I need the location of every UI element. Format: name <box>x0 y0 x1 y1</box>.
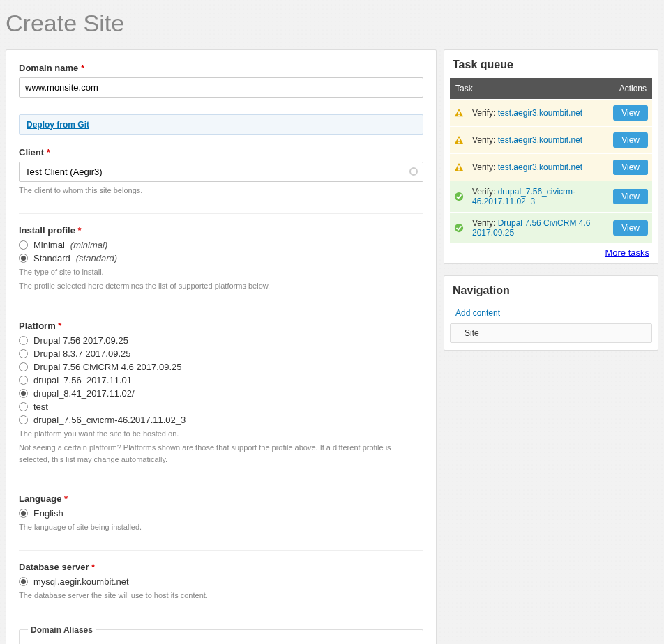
task-prefix: Verify: <box>472 108 498 118</box>
task-queue-table: Task Actions Verify: test.aegir3.koumbit… <box>450 78 652 243</box>
navigation-title: Navigation <box>444 284 658 304</box>
radio-icon[interactable] <box>19 254 28 263</box>
client-field-wrap: Client * The client to whom this site be… <box>19 147 423 204</box>
domain-name-field-wrap: Domain name * <box>19 63 423 105</box>
task-prefix: Verify: <box>472 135 498 145</box>
platform-wrap: Platform * Drupal 7.56 2017.09.25 Drupal… <box>19 321 423 473</box>
svg-rect-4 <box>458 139 460 141</box>
warning-icon <box>454 135 464 145</box>
database-server-desc: The database server the site will use to… <box>19 590 423 601</box>
radio-icon[interactable] <box>19 389 28 398</box>
task-row: Verify: test.aegir3.koumbit.netView <box>450 154 652 181</box>
task-queue-th-task: Task <box>450 78 609 100</box>
view-button[interactable]: View <box>613 160 648 175</box>
deploy-from-git-fieldset[interactable]: Deploy from Git <box>19 114 423 135</box>
page-title: Create Site <box>0 0 664 49</box>
database-server-option[interactable]: mysql.aegir.koumbit.net <box>19 576 423 587</box>
svg-rect-5 <box>458 142 460 144</box>
language-label: Language * <box>19 493 423 504</box>
platform-option[interactable]: drupal_8.41_2017.11.02/ <box>19 388 423 399</box>
navigation-block: Navigation Add content Site <box>444 275 658 351</box>
platform-option[interactable]: Drupal 7.56 2017.09.25 <box>19 335 423 346</box>
radio-icon[interactable] <box>19 349 28 358</box>
task-prefix: Verify: <box>472 218 498 228</box>
warning-icon <box>454 108 464 118</box>
task-link[interactable]: test.aegir3.koumbit.net <box>498 162 582 172</box>
domain-name-label: Domain name * <box>19 63 423 73</box>
svg-point-10 <box>455 224 463 232</box>
deploy-from-git-toggle[interactable]: Deploy from Git <box>27 120 89 130</box>
language-desc: The language of site being installed. <box>19 521 423 533</box>
domain-aliases-fieldset: Domain Aliases Redirect all domain alias… <box>19 629 423 644</box>
view-button[interactable]: View <box>613 132 648 148</box>
task-row: Verify: drupal_7.56_civicrm-46.2017.11.0… <box>450 181 652 213</box>
svg-rect-7 <box>458 166 460 169</box>
task-queue-th-actions: Actions <box>609 78 652 100</box>
client-label: Client * <box>19 147 423 158</box>
platform-label: Platform * <box>19 321 423 331</box>
task-link[interactable]: test.aegir3.koumbit.net <box>498 108 582 118</box>
task-row: Verify: test.aegir3.koumbit.netView <box>450 127 652 154</box>
nav-site[interactable]: Site <box>450 323 652 343</box>
task-row: Verify: Drupal 7.56 CiviCRM 4.6 2017.09.… <box>450 213 652 244</box>
domain-name-input[interactable] <box>19 77 423 98</box>
radio-icon[interactable] <box>19 402 28 411</box>
install-profile-wrap: Install profile * Minimal (minimal) Stan… <box>19 225 423 299</box>
platform-option[interactable]: test <box>19 401 423 412</box>
domain-aliases-legend: Domain Aliases <box>28 625 96 635</box>
platform-option[interactable]: drupal_7.56_2017.11.01 <box>19 375 423 385</box>
radio-icon[interactable] <box>19 362 28 371</box>
view-button[interactable]: View <box>613 189 648 204</box>
radio-icon[interactable] <box>19 240 28 250</box>
install-profile-option[interactable]: Minimal (minimal) <box>19 240 423 250</box>
database-server-wrap: Database server * mysql.aegir.koumbit.ne… <box>19 562 423 608</box>
radio-icon[interactable] <box>19 577 28 586</box>
install-profile-option[interactable]: Standard (standard) <box>19 253 423 263</box>
radio-icon[interactable] <box>19 509 28 518</box>
task-prefix: Verify: <box>472 162 498 172</box>
platform-desc1: The platform you want the site to be hos… <box>19 428 423 440</box>
task-queue-block: Task queue Task Actions Verify: test.aeg… <box>444 49 658 264</box>
task-link[interactable]: test.aegir3.koumbit.net <box>498 135 582 145</box>
radio-icon[interactable] <box>19 415 28 424</box>
platform-option[interactable]: Drupal 8.3.7 2017.09.25 <box>19 348 423 359</box>
svg-rect-8 <box>458 169 460 171</box>
install-profile-desc2: The profile selected here determines the… <box>19 280 423 292</box>
database-server-label: Database server * <box>19 562 423 572</box>
task-prefix: Verify: <box>472 187 498 197</box>
view-button[interactable]: View <box>613 220 648 236</box>
radio-icon[interactable] <box>19 376 28 385</box>
radio-icon[interactable] <box>19 336 28 345</box>
language-wrap: Language * English The language of site … <box>19 493 423 540</box>
install-profile-label: Install profile * <box>19 225 423 236</box>
autocomplete-throbber-icon <box>409 167 418 176</box>
task-queue-title: Task queue <box>444 59 658 78</box>
view-button[interactable]: View <box>613 105 648 121</box>
nav-add-content[interactable]: Add content <box>450 304 652 322</box>
svg-point-9 <box>455 192 463 201</box>
more-tasks-link[interactable]: More tasks <box>605 247 649 258</box>
client-input[interactable] <box>19 162 423 182</box>
svg-rect-1 <box>458 112 460 114</box>
platform-option[interactable]: Drupal 7.56 CiviCRM 4.6 2017.09.25 <box>19 362 423 372</box>
check-circle-icon <box>454 192 464 201</box>
create-site-form: Domain name * Deploy from Git Client * T… <box>6 49 437 644</box>
install-profile-desc1: The type of site to install. <box>19 266 423 278</box>
check-circle-icon <box>454 223 464 233</box>
task-row: Verify: test.aegir3.koumbit.netView <box>450 100 652 127</box>
svg-rect-2 <box>458 115 460 116</box>
platform-desc2: Not seeing a certain platform? Platforms… <box>19 442 423 465</box>
platform-option[interactable]: drupal_7.56_civicrm-46.2017.11.02_3 <box>19 415 423 425</box>
language-option[interactable]: English <box>19 508 423 519</box>
warning-icon <box>454 162 464 172</box>
client-description: The client to whom this site belongs. <box>19 185 423 197</box>
